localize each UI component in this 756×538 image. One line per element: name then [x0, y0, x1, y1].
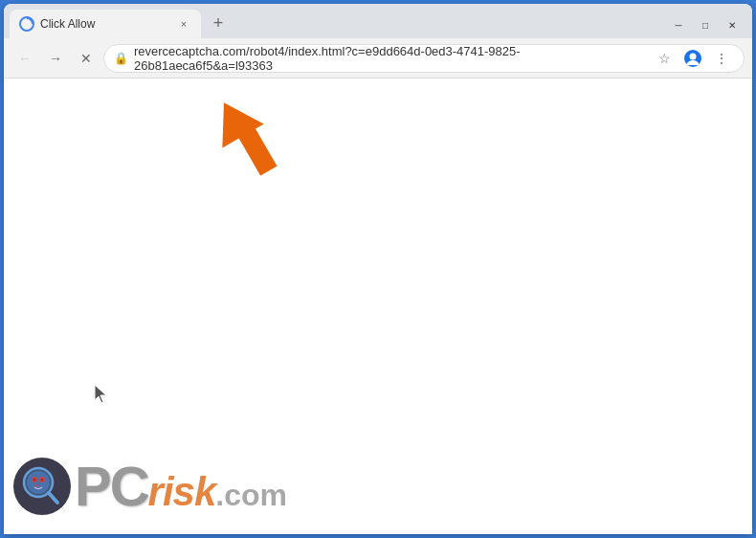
account-icon — [683, 49, 702, 68]
tab-strip: Click Allow × + — [4, 4, 666, 38]
window-controls: ─ □ ✕ — [666, 15, 752, 38]
logo-icon — [13, 458, 71, 515]
title-bar: Click Allow × + ─ □ ✕ — [4, 4, 752, 38]
back-button[interactable]: ← — [11, 45, 38, 72]
minimize-button[interactable]: ─ — [666, 15, 691, 34]
url-display: revercecaptcha.com/robot4/index.html?c=e… — [134, 44, 646, 73]
logo-pc: PC — [75, 459, 148, 514]
arrow-indicator — [205, 93, 281, 183]
account-button[interactable] — [680, 46, 705, 71]
watermark: PC risk .com — [13, 458, 287, 515]
navigation-bar: ← → ✕ 🔒 revercecaptcha.com/robot4/index.… — [4, 38, 752, 78]
close-button[interactable]: ✕ — [720, 15, 745, 34]
svg-point-11 — [35, 484, 38, 487]
active-tab[interactable]: Click Allow × — [10, 10, 201, 38]
svg-point-8 — [33, 479, 36, 482]
lock-icon: 🔒 — [114, 52, 128, 65]
svg-point-6 — [27, 471, 50, 494]
logo-text-group: PC risk .com — [75, 459, 287, 514]
favicon-icon — [19, 16, 34, 32]
maximize-button[interactable]: □ — [693, 15, 718, 34]
forward-button[interactable]: → — [42, 45, 69, 72]
reload-button[interactable]: ✕ — [73, 45, 100, 72]
bookmark-button[interactable]: ☆ — [652, 46, 677, 71]
svg-marker-3 — [205, 93, 281, 179]
address-actions: ☆ ⋮ — [652, 46, 734, 71]
logo-risk: risk — [148, 472, 216, 512]
browser-window: Click Allow × + ─ □ ✕ ← → — [4, 4, 752, 534]
page-content: PC risk .com — [4, 78, 752, 534]
tab-close-button[interactable]: × — [176, 16, 191, 32]
svg-point-10 — [41, 479, 44, 482]
mouse-cursor — [95, 385, 106, 402]
address-bar[interactable]: 🔒 revercecaptcha.com/robot4/index.html?c… — [103, 44, 745, 73]
tab-favicon — [19, 16, 34, 32]
svg-point-2 — [690, 53, 697, 59]
tab-title: Click Allow — [40, 17, 170, 31]
new-tab-button[interactable]: + — [205, 10, 232, 36]
menu-button[interactable]: ⋮ — [709, 46, 734, 71]
logo-tld: .com — [215, 480, 287, 510]
